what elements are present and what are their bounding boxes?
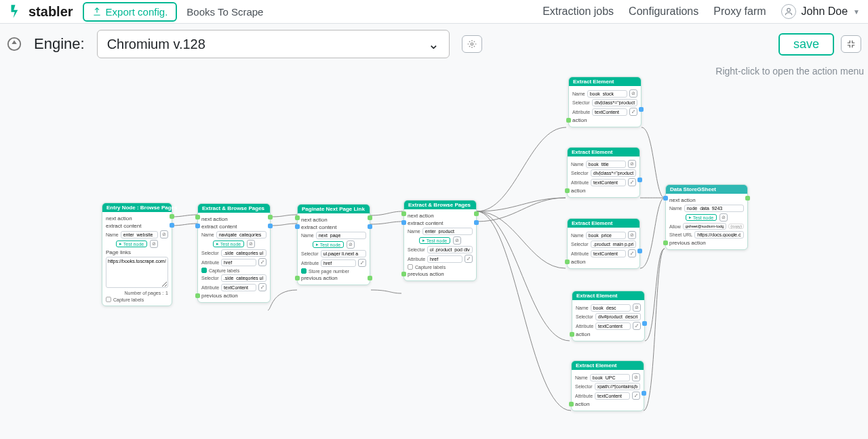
expand-icon[interactable]: ⤢ — [358, 259, 366, 267]
sheet-url-input[interactable] — [694, 231, 744, 238]
clear-icon[interactable]: ⊘ — [160, 230, 168, 238]
attribute-input[interactable] — [591, 250, 626, 257]
node-book-price[interactable]: Extract Element Name⊘ Selector Attribute… — [567, 218, 640, 269]
selector-input[interactable] — [321, 250, 366, 257]
attribute-input[interactable] — [321, 259, 356, 267]
port-label: next action — [201, 216, 267, 222]
name-input[interactable] — [316, 232, 366, 239]
selector-input[interactable] — [592, 99, 637, 106]
gear-icon — [467, 39, 477, 49]
test-node-button[interactable]: ▸ Test node — [313, 241, 344, 248]
field-label: Selector — [572, 100, 590, 105]
capture-labels-checkbox[interactable] — [408, 264, 413, 270]
port-label: previous action — [301, 275, 366, 281]
attribute-input[interactable] — [221, 259, 256, 266]
capture-labels-checkbox[interactable] — [201, 268, 207, 273]
selector-input[interactable] — [221, 274, 267, 282]
node-book-upc[interactable]: Extract Element Name⊘ Selector Attribute… — [571, 360, 644, 411]
node-entry[interactable]: Entry Node : Browse Pages next action ex… — [102, 203, 172, 306]
chevron-down-icon: ⌄ — [428, 36, 439, 52]
settings-icon[interactable]: ⊘ — [247, 240, 255, 248]
selector-input[interactable] — [427, 246, 473, 253]
brand-icon — [8, 3, 24, 20]
node-navigate-categories[interactable]: Extract & Browse Pages next action extra… — [197, 203, 271, 303]
name-input[interactable] — [590, 374, 630, 381]
settings-icon[interactable]: ⊘ — [453, 236, 461, 245]
name-input[interactable] — [422, 228, 473, 235]
selector-input[interactable] — [591, 169, 636, 177]
field-label: Sheet URL — [669, 232, 692, 237]
node-book-desc[interactable]: Extract Element Name⊘ Selector Attribute… — [572, 291, 645, 341]
port-label: next action — [408, 213, 473, 219]
save-button[interactable]: save — [778, 33, 834, 56]
engine-select[interactable]: Chromium v.128 ⌄ — [97, 30, 450, 58]
name-input[interactable] — [684, 205, 744, 212]
user-menu[interactable]: John Doe ▼ — [781, 4, 860, 19]
node-title: Extract & Browse Pages — [404, 201, 476, 209]
settings-button[interactable] — [462, 35, 482, 53]
test-node-button[interactable]: ▸ Test node — [213, 241, 244, 247]
node-book-stock[interactable]: Extract Element Name⊘ Selector Attribute… — [568, 77, 642, 127]
attribute-input[interactable] — [595, 392, 630, 400]
expand-icon[interactable]: ⤢ — [258, 258, 267, 266]
settings-icon[interactable]: ⊘ — [347, 241, 355, 249]
copy-badge[interactable]: (copy) — [728, 224, 744, 229]
expand-icon[interactable]: ⤢ — [258, 283, 267, 291]
settings-icon[interactable]: ⊘ — [719, 213, 728, 222]
nav-extraction-jobs[interactable]: Extraction jobs — [542, 5, 614, 18]
name-input[interactable] — [586, 161, 626, 168]
settings-icon[interactable]: ⊘ — [150, 240, 158, 248]
node-gsheet[interactable]: Data StoreGSheet next action Name ▸ Test… — [665, 184, 748, 250]
expand-icon[interactable]: ⤢ — [628, 249, 636, 257]
fullscreen-button[interactable] — [841, 35, 861, 53]
selector-input[interactable] — [221, 249, 267, 257]
clear-icon[interactable]: ⊘ — [628, 160, 636, 168]
clear-icon[interactable]: ⊘ — [633, 304, 641, 312]
selector-input[interactable] — [595, 313, 641, 320]
attribute-input[interactable] — [427, 255, 462, 263]
name-input[interactable] — [216, 231, 267, 238]
node-book-title[interactable]: Extract Element Name⊘ Selector Attribute… — [567, 147, 640, 198]
brand-logo[interactable]: stabler — [8, 3, 73, 20]
expand-icon[interactable]: ⤢ — [633, 322, 641, 330]
user-avatar-icon — [781, 4, 796, 19]
node-title: Paginate Next Page Link — [298, 205, 370, 213]
name-input[interactable] — [587, 90, 627, 98]
name-input[interactable] — [121, 231, 158, 238]
expand-icon[interactable]: ⤢ — [629, 108, 637, 116]
field-label: Name — [301, 233, 314, 238]
node-enter-product[interactable]: Extract & Browse Pages next action extra… — [403, 200, 477, 281]
field-label: Number of pages : — [125, 291, 164, 295]
node-title: Extract Element — [572, 291, 644, 300]
node-paginate[interactable]: Paginate Next Page Link next action extr… — [297, 204, 370, 285]
selector-input[interactable] — [595, 383, 640, 390]
attribute-input[interactable] — [591, 179, 626, 186]
expand-icon[interactable]: ⤢ — [465, 255, 473, 263]
test-node-button[interactable]: ▸ Test node — [686, 214, 717, 221]
name-input[interactable] — [586, 232, 626, 239]
clear-icon[interactable]: ⊘ — [632, 373, 640, 381]
attribute-input[interactable] — [221, 284, 256, 291]
field-label: Attribute — [576, 324, 593, 329]
name-input[interactable] — [591, 304, 631, 312]
store-page-number-checkbox[interactable] — [301, 268, 307, 274]
test-node-button[interactable]: ▸ Test node — [419, 237, 450, 244]
clear-icon[interactable]: ⊘ — [628, 231, 636, 239]
capture-labels-checkbox[interactable] — [106, 297, 111, 302]
node-title: Entry Node : Browse Pages — [102, 203, 172, 212]
test-node-button[interactable]: ▸ Test node — [116, 241, 147, 247]
workflow-canvas[interactable]: Entry Node : Browse Pages next action ex… — [0, 64, 868, 439]
attribute-input[interactable] — [592, 108, 627, 116]
project-link[interactable]: Books To Scrape — [186, 6, 263, 18]
expand-icon[interactable]: ⤢ — [632, 392, 640, 400]
export-config-button[interactable]: Export config. — [83, 2, 178, 22]
nav-proxy-farm[interactable]: Proxy farm — [713, 5, 766, 18]
attribute-input[interactable] — [595, 322, 631, 330]
brand-text: stabler — [28, 4, 73, 20]
clear-icon[interactable]: ⊘ — [629, 89, 637, 98]
selector-input[interactable] — [591, 241, 636, 248]
allow-input[interactable] — [683, 223, 727, 230]
page-links-input[interactable] — [106, 257, 168, 288]
expand-icon[interactable]: ⤢ — [628, 178, 636, 186]
nav-configurations[interactable]: Configurations — [629, 5, 698, 18]
